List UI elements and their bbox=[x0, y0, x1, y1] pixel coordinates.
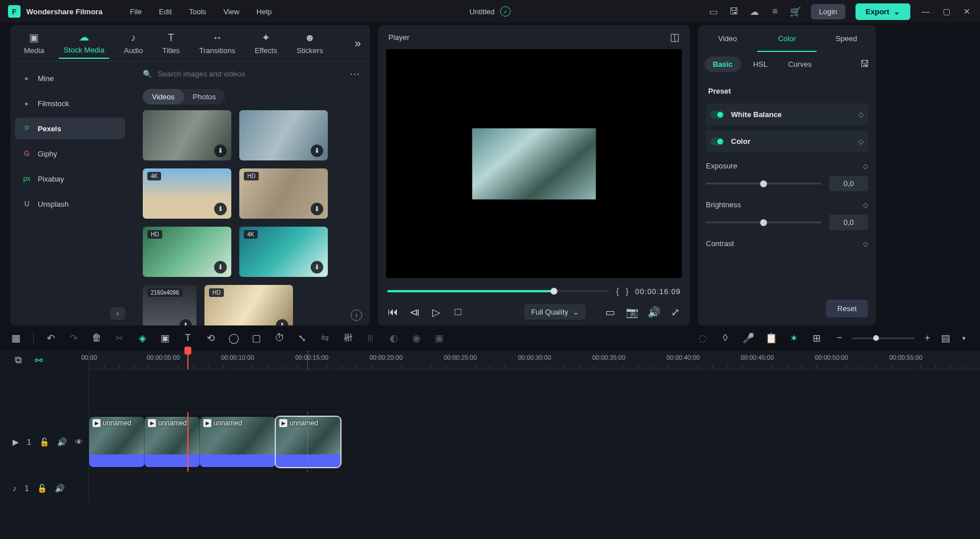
overlay-icon[interactable]: ▢ bbox=[251, 332, 262, 344]
mixer-icon[interactable]: 𝍸 bbox=[342, 332, 354, 344]
mute-icon[interactable]: 🔊 bbox=[57, 437, 67, 447]
toggle-wb[interactable]: White Balance◇ bbox=[706, 103, 868, 126]
keyframe-icon[interactable]: ◇ bbox=[863, 162, 868, 170]
exposure-slider-track[interactable] bbox=[706, 183, 821, 184]
library-tab-audio[interactable]: ♪Audio bbox=[119, 29, 147, 58]
lock-icon[interactable]: 🔓 bbox=[39, 437, 49, 447]
prev-button[interactable]: ⏮ bbox=[387, 306, 399, 318]
quality-select[interactable]: Full Quality ⌄ bbox=[524, 304, 586, 320]
stock-thumbnail[interactable]: ⬇ bbox=[143, 110, 231, 160]
export-button[interactable]: Export ⌄ bbox=[856, 3, 910, 20]
login-button[interactable]: Login bbox=[811, 4, 845, 19]
video-track-lane[interactable]: ▶unnamed▶unnamed▶unnamed▶unnamed bbox=[89, 412, 980, 472]
track-view-icon[interactable]: ▤ bbox=[940, 332, 951, 344]
search-input[interactable] bbox=[158, 70, 344, 78]
visibility-icon[interactable]: 👁 bbox=[75, 437, 83, 447]
exposure-value[interactable]: 0,0 bbox=[829, 176, 868, 191]
timeline-ruler[interactable]: 00:0000:00:05:0000:00:10:0000:00:15:0000… bbox=[89, 351, 980, 370]
toggle-switch[interactable] bbox=[710, 138, 724, 146]
stop-button[interactable]: □ bbox=[452, 306, 464, 318]
player-viewport[interactable] bbox=[386, 49, 682, 278]
stock-thumbnail[interactable]: HD⬇ bbox=[239, 168, 328, 219]
library-tab-effects[interactable]: ✦Effects bbox=[250, 28, 282, 58]
zoom-slider[interactable] bbox=[852, 337, 915, 339]
library-tab-stock[interactable]: ☁Stock Media bbox=[59, 27, 109, 59]
reset-button[interactable]: Reset bbox=[826, 300, 868, 317]
source-mine[interactable]: ▸Mine bbox=[15, 67, 125, 89]
shield-icon[interactable]: ◊ bbox=[720, 332, 731, 344]
timeline-clip[interactable]: ▶unnamed bbox=[200, 417, 276, 467]
download-icon[interactable]: ⬇ bbox=[214, 203, 227, 215]
mic-icon[interactable]: 🎤 bbox=[742, 332, 754, 344]
sources-collapse-button[interactable]: ‹ bbox=[110, 307, 125, 320]
zoom-out-icon[interactable]: − bbox=[834, 332, 845, 344]
speed-icon[interactable]: ⟲ bbox=[205, 332, 216, 344]
menu-list-icon[interactable]: ≡ bbox=[770, 6, 780, 17]
brightness-slider-track[interactable] bbox=[706, 222, 821, 223]
library-options-icon[interactable]: ⋯ bbox=[350, 67, 360, 80]
audio-track-lane[interactable] bbox=[89, 472, 980, 504]
stock-thumbnail[interactable]: ⬇ bbox=[239, 110, 328, 160]
record-icon[interactable]: ▣ bbox=[433, 332, 445, 344]
magnet-icon[interactable]: ✶ bbox=[788, 332, 800, 344]
lock-icon[interactable]: 🔓 bbox=[37, 484, 47, 493]
stock-thumbnail[interactable]: 2160x4096⬇ bbox=[143, 285, 196, 325]
menu-file[interactable]: File bbox=[130, 7, 142, 16]
save-preset-icon[interactable]: 🖫 bbox=[860, 59, 869, 69]
source-filmstock[interactable]: ▸Filmstock bbox=[15, 92, 125, 114]
download-icon[interactable]: ⬇ bbox=[311, 261, 323, 273]
library-tab-stickers[interactable]: ☻Stickers bbox=[292, 29, 327, 58]
crop-icon[interactable]: ▣ bbox=[159, 332, 171, 344]
text-icon[interactable]: T bbox=[182, 332, 194, 344]
toggle-color[interactable]: Color◇ bbox=[706, 130, 868, 152]
eq-icon[interactable]: ⫼ bbox=[365, 332, 376, 344]
link-icon[interactable]: ⇆ bbox=[319, 332, 331, 344]
mute-icon[interactable]: 🔊 bbox=[55, 484, 65, 493]
inspector-tab-speed[interactable]: Speed bbox=[817, 26, 876, 52]
library-tab-transitions[interactable]: ↔Transitions bbox=[195, 29, 240, 58]
timeline-clip[interactable]: ▶unnamed bbox=[144, 417, 200, 467]
download-icon[interactable]: ⬇ bbox=[214, 144, 227, 157]
undo-icon[interactable]: ↶ bbox=[45, 332, 57, 344]
add-track-icon[interactable]: ⊞ bbox=[811, 332, 822, 344]
timeline-copy-icon[interactable]: ⧉ bbox=[13, 355, 24, 366]
inspector-subtab-hsl[interactable]: HSL bbox=[745, 57, 776, 72]
tag-icon[interactable]: ◈ bbox=[136, 332, 148, 344]
display-mode-icon[interactable]: ▭ bbox=[604, 306, 616, 319]
library-info-icon[interactable]: i bbox=[351, 309, 362, 321]
split-icon[interactable]: ✂ bbox=[114, 332, 125, 344]
device-icon[interactable]: ▭ bbox=[708, 6, 718, 17]
menu-tools[interactable]: Tools bbox=[189, 7, 206, 16]
keyframe-icon[interactable]: ◇ bbox=[863, 201, 868, 209]
stock-thumbnail[interactable]: HD⬇ bbox=[143, 227, 231, 277]
timeline-clip[interactable]: ▶unnamed bbox=[276, 417, 340, 467]
expand-icon[interactable]: ⤡ bbox=[296, 332, 308, 344]
step-back-button[interactable]: ⧏ bbox=[409, 306, 420, 319]
keyframe-icon[interactable]: ◇ bbox=[858, 138, 863, 146]
play-button[interactable]: ▷ bbox=[431, 306, 442, 319]
stock-thumbnail[interactable]: HD⬇ bbox=[204, 285, 293, 325]
window-close[interactable]: ✕ bbox=[962, 7, 972, 16]
download-icon[interactable]: ⬇ bbox=[179, 319, 192, 325]
source-unsplash[interactable]: UUnsplash bbox=[15, 193, 125, 215]
timeline-clip[interactable]: ▶unnamed bbox=[89, 417, 144, 467]
cart-icon[interactable]: 🛒 bbox=[790, 6, 801, 17]
download-icon[interactable]: ⬇ bbox=[214, 261, 227, 273]
menu-edit[interactable]: Edit bbox=[159, 7, 171, 16]
download-icon[interactable]: ⬇ bbox=[311, 144, 323, 157]
transition-icon[interactable]: ◐ bbox=[388, 332, 399, 344]
chip-photos[interactable]: Photos bbox=[184, 89, 225, 104]
redo-icon[interactable]: ↷ bbox=[68, 332, 79, 344]
color-icon[interactable]: ◯ bbox=[228, 332, 239, 344]
inspector-subtab-curves[interactable]: Curves bbox=[780, 57, 820, 72]
library-tab-titles[interactable]: TTitles bbox=[158, 29, 184, 58]
timer-icon[interactable]: ⏱ bbox=[274, 332, 285, 344]
save-icon[interactable]: 🖫 bbox=[729, 6, 739, 17]
chip-videos[interactable]: Videos bbox=[143, 89, 184, 104]
snapshot-icon[interactable]: 📷 bbox=[626, 306, 637, 319]
brightness-value[interactable]: 0,0 bbox=[829, 215, 868, 230]
keyframe-icon[interactable]: ◇ bbox=[863, 240, 868, 248]
fullscreen-icon[interactable]: ⤢ bbox=[669, 306, 681, 319]
source-pixabay[interactable]: pxPixabay bbox=[15, 168, 125, 190]
cloud-icon[interactable]: ☁ bbox=[749, 6, 760, 17]
